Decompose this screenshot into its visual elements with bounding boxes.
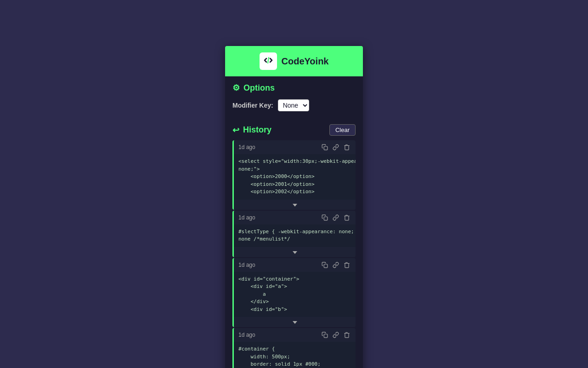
history-header: ↩ History Clear xyxy=(232,124,356,136)
history-section-title: ↩ History xyxy=(232,125,271,135)
history-item: 1d ago xyxy=(232,258,356,328)
link-button[interactable] xyxy=(332,331,340,339)
history-item: 1d ago xyxy=(232,211,356,257)
history-code: #slectType { -webkit-appearance: none; a… xyxy=(234,224,356,247)
link-button[interactable] xyxy=(332,213,340,222)
svg-rect-0 xyxy=(324,146,328,150)
history-icon: ↩ xyxy=(232,125,239,135)
app-logo xyxy=(260,52,277,70)
svg-rect-1 xyxy=(324,217,328,220)
expand-button[interactable] xyxy=(293,319,297,325)
delete-button[interactable] xyxy=(343,261,351,269)
history-section: ↩ History Clear 1d ago xyxy=(225,118,363,368)
history-item: 1d ago xyxy=(232,328,356,368)
gear-icon: ⚙ xyxy=(232,83,240,93)
options-section: ⚙ Options Modifier Key: None Ctrl Alt Sh… xyxy=(225,76,363,118)
history-timestamp: 1d ago xyxy=(238,214,255,221)
history-code: <div id="container"> <div id="a"> a </di… xyxy=(234,272,356,317)
history-item: 1d ago xyxy=(232,140,356,210)
history-item-footer xyxy=(234,247,356,257)
history-item-header: 1d ago xyxy=(234,328,356,342)
delete-button[interactable] xyxy=(343,331,351,339)
header: CodeYoink xyxy=(225,46,363,76)
link-button[interactable] xyxy=(332,143,340,151)
history-actions xyxy=(321,261,351,269)
copy-button[interactable] xyxy=(321,213,329,222)
delete-button[interactable] xyxy=(343,213,351,222)
chevron-down-icon xyxy=(293,251,297,254)
link-button[interactable] xyxy=(332,261,340,269)
history-item-header: 1d ago xyxy=(234,258,356,272)
history-actions xyxy=(321,143,351,151)
expand-button[interactable] xyxy=(293,249,297,255)
chevron-down-icon xyxy=(293,204,297,207)
history-timestamp: 1d ago xyxy=(238,262,255,268)
history-code: <select style="width:30px;-webkit-appear… xyxy=(234,154,356,200)
copy-button[interactable] xyxy=(321,261,329,269)
expand-button[interactable] xyxy=(293,201,297,208)
history-timestamp: 1d ago xyxy=(238,144,255,150)
copy-button[interactable] xyxy=(321,143,329,151)
chevron-down-icon xyxy=(293,321,297,324)
history-item-footer xyxy=(234,317,356,327)
options-section-title: ⚙ Options xyxy=(232,83,356,93)
history-actions xyxy=(321,213,351,222)
options-title-label: Options xyxy=(243,83,275,93)
history-title-label: History xyxy=(243,125,271,135)
history-items-list: 1d ago xyxy=(232,140,356,368)
modifier-key-label: Modifier Key: xyxy=(232,102,273,109)
modifier-key-select[interactable]: None Ctrl Alt Shift xyxy=(278,99,309,111)
svg-rect-3 xyxy=(324,334,328,338)
history-code: #container { width: 500px; border: solid… xyxy=(234,342,356,368)
modifier-key-row: Modifier Key: None Ctrl Alt Shift xyxy=(232,99,356,111)
history-item-header: 1d ago xyxy=(234,211,356,224)
clear-button[interactable]: Clear xyxy=(329,124,356,136)
history-actions xyxy=(321,331,351,339)
history-timestamp: 1d ago xyxy=(238,332,255,338)
copy-button[interactable] xyxy=(321,331,329,339)
svg-rect-2 xyxy=(324,264,328,268)
delete-button[interactable] xyxy=(343,143,351,151)
history-item-footer xyxy=(234,200,356,210)
history-item-header: 1d ago xyxy=(234,140,356,154)
popup-container: CodeYoink ⚙ Options Modifier Key: None C… xyxy=(225,46,363,368)
app-title: CodeYoink xyxy=(282,56,329,67)
